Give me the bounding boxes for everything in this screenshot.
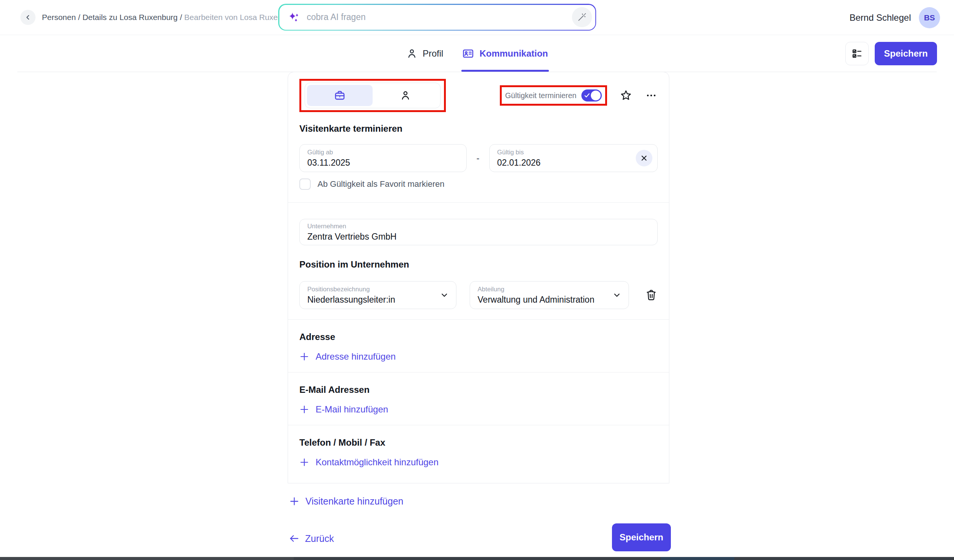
position-row: Positionsbezeichnung Niederlassungsleite… (299, 281, 658, 309)
favorite-star-button[interactable] (619, 89, 632, 102)
ai-search-container (278, 4, 596, 31)
briefcase-icon (334, 89, 346, 101)
tab-toolbar: Speichern (845, 35, 937, 72)
annotation-box-validity: Gültigkeit terminieren (500, 85, 607, 106)
user-name: Bernd Schlegel (850, 12, 911, 23)
email-heading: E-Mail Adressen (299, 384, 658, 395)
add-email-link[interactable]: E-Mail hinzufügen (299, 404, 388, 415)
section-divider (288, 202, 669, 203)
valid-to-label: Gültig bis (497, 149, 650, 156)
star-icon (619, 89, 632, 102)
field-list-button[interactable] (845, 42, 869, 65)
breadcrumb: Personen / Details zu Losa Ruxenburg / B… (42, 13, 298, 22)
card-type-private-option[interactable] (373, 85, 438, 106)
favorite-checkbox[interactable] (299, 179, 311, 190)
bottom-edge-bar (0, 557, 954, 560)
magic-wand-button[interactable] (572, 7, 592, 27)
ellipsis-icon (645, 89, 658, 102)
delete-position-button[interactable] (645, 289, 658, 302)
validity-toggle-label: Gültigkeit terminieren (505, 91, 577, 100)
save-button-bottom[interactable]: Speichern (612, 523, 671, 551)
add-address-link[interactable]: Adresse hinzufügen (299, 351, 396, 362)
add-business-card-link[interactable]: Visitenkarte hinzufügen (289, 496, 403, 507)
business-card-panel: Gültigkeit terminieren Visitenkarte term… (288, 72, 669, 484)
date-range-separator: - (467, 153, 489, 163)
department-select[interactable]: Abteilung Verwaltung und Administration (470, 281, 629, 309)
ai-search-pill (279, 5, 595, 30)
bottom-edge-segment (0, 557, 294, 560)
plus-icon (299, 404, 309, 414)
chevron-down-icon (440, 290, 449, 300)
add-contact-label: Kontaktmöglichkeit hinzufügen (316, 457, 439, 468)
user-menu: Bernd Schlegel BS (850, 0, 940, 35)
validity-controls: Gültigkeit terminieren (500, 85, 658, 106)
valid-from-field[interactable]: Gültig ab 03.11.2025 (299, 144, 467, 172)
trash-icon (645, 289, 658, 302)
card-type-business-option[interactable] (307, 85, 373, 106)
section-divider (288, 425, 669, 425)
tab-profil[interactable]: Profil (406, 35, 443, 72)
company-value: Zentra Vertriebs GmbH (307, 232, 650, 242)
plus-icon (299, 457, 309, 467)
address-heading: Adresse (299, 332, 658, 342)
add-contact-link[interactable]: Kontaktmöglichkeit hinzufügen (299, 457, 439, 468)
favorite-checkbox-label: Ab Gültigkeit als Favorit markieren (318, 179, 444, 189)
ai-search-input[interactable] (307, 12, 572, 22)
save-button-top[interactable]: Speichern (875, 42, 937, 65)
tabs: Profil Kommunikation (406, 35, 548, 72)
top-bar: Personen / Details zu Losa Ruxenburg / B… (0, 0, 954, 35)
tab-bar: Profil Kommunikation Spei (0, 35, 954, 72)
chevron-left-icon (24, 14, 32, 21)
x-icon (641, 155, 647, 162)
back-link[interactable]: Zurück (288, 533, 334, 544)
contact-card-icon (462, 48, 474, 60)
card-type-toggle (305, 82, 441, 108)
section-divider (288, 372, 669, 372)
valid-from-label: Gültig ab (307, 149, 459, 156)
person-icon (400, 90, 411, 101)
toggle-knob (591, 90, 601, 100)
plus-icon (299, 352, 309, 361)
add-business-card-label: Visitenkarte hinzufügen (306, 496, 403, 507)
company-label: Unternehmen (307, 222, 650, 230)
valid-from-value: 03.11.2025 (307, 158, 459, 168)
magic-wand-icon (577, 12, 587, 22)
valid-to-field[interactable]: Gültig bis 02.01.2026 (489, 144, 658, 172)
valid-to-value: 02.01.2026 (497, 158, 650, 168)
favorite-checkbox-row: Ab Gültigkeit als Favorit markieren (299, 179, 658, 190)
phone-heading: Telefon / Mobil / Fax (299, 437, 658, 448)
tab-kommunikation-label: Kommunikation (479, 48, 548, 59)
back-button[interactable] (20, 10, 36, 25)
arrow-left-icon (288, 533, 300, 544)
checklist-icon (852, 48, 862, 59)
position-heading: Position im Unternehmen (299, 259, 658, 270)
tab-profil-label: Profil (422, 48, 443, 59)
department-label: Abteilung (477, 286, 621, 293)
validity-toggle[interactable] (581, 89, 602, 101)
breadcrumb-active: Personen / Details zu Losa Ruxenburg / (42, 13, 182, 22)
chevron-down-icon (612, 290, 622, 300)
validity-dates-row: Gültig ab 03.11.2025 - Gültig bis 02.01.… (299, 144, 658, 172)
more-options-button[interactable] (645, 89, 658, 102)
position-value: Niederlassungsleiter:in (307, 295, 449, 305)
company-field[interactable]: Unternehmen Zentra Vertriebs GmbH (299, 219, 658, 245)
check-icon (584, 92, 590, 98)
avatar-initials: BS (924, 13, 935, 22)
sparkles-icon (288, 11, 300, 23)
clear-date-button[interactable] (636, 150, 652, 166)
section-divider (288, 319, 669, 320)
person-icon (406, 48, 417, 59)
bottom-edge-segment (661, 557, 734, 560)
section-heading-terminate: Visitenkarte terminieren (299, 123, 658, 134)
avatar[interactable]: BS (919, 7, 940, 28)
add-address-label: Adresse hinzufügen (316, 351, 396, 362)
position-label: Positionsbezeichnung (307, 286, 449, 293)
tab-kommunikation[interactable]: Kommunikation (462, 35, 548, 72)
back-link-label: Zurück (305, 533, 334, 544)
annotation-box-card-type (299, 79, 446, 112)
card-controls-row: Gültigkeit terminieren (299, 78, 658, 112)
position-select[interactable]: Positionsbezeichnung Niederlassungsleite… (299, 281, 457, 309)
department-value: Verwaltung und Administration (477, 295, 621, 305)
add-email-label: E-Mail hinzufügen (316, 404, 388, 415)
plus-icon (289, 496, 299, 506)
